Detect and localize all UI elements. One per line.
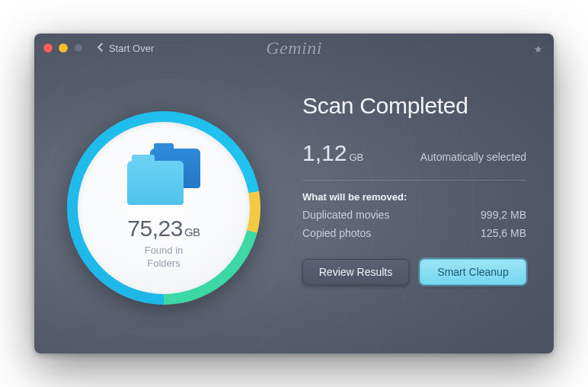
what-removed-label: What will be removed:: [302, 191, 526, 203]
start-over-button[interactable]: Start Over: [95, 42, 154, 55]
gauge-ring: 75,23GB Found in Folders: [67, 111, 260, 305]
window-close-button[interactable]: [43, 43, 53, 53]
removal-item-label: Duplicated movies: [302, 209, 389, 221]
removal-item-label: Copied photos: [302, 227, 371, 239]
auto-size-unit: GB: [349, 152, 363, 163]
favorite-button[interactable]: [531, 42, 545, 56]
app-brand: Gemini: [266, 38, 322, 59]
smart-cleanup-button[interactable]: Smart Cleanup: [420, 259, 526, 285]
content: 75,23GB Found in Folders Scan Completed …: [34, 62, 554, 353]
removal-item-size: 125,6 MB: [481, 227, 526, 239]
gauge-panel: 75,23GB Found in Folders: [34, 62, 293, 353]
folders-icon: [127, 149, 200, 205]
found-label: Found in Folders: [145, 245, 184, 270]
scan-gauge: 75,23GB Found in Folders: [67, 111, 260, 305]
gauge-inner: 75,23GB Found in Folders: [78, 122, 250, 294]
start-over-label: Start Over: [109, 43, 154, 54]
review-results-button[interactable]: Review Results: [302, 259, 409, 285]
auto-selected-label: Automatically selected: [420, 151, 526, 163]
app-window: Start Over Gemini 75,23GB: [34, 34, 554, 353]
traffic-lights: [43, 43, 83, 53]
chevron-left-icon: [95, 42, 106, 55]
removal-item-size: 999,2 MB: [481, 209, 526, 221]
action-buttons: Review Results Smart Cleanup: [302, 259, 526, 285]
divider: [302, 180, 526, 181]
results-panel: Scan Completed 1,12GB Automatically sele…: [293, 62, 554, 353]
total-size-value: 75,23GB: [127, 216, 200, 241]
removal-item: Copied photos 125,6 MB: [302, 227, 526, 239]
auto-selected-row: 1,12GB Automatically selected: [302, 140, 526, 166]
auto-selected-size: 1,12GB: [302, 140, 363, 166]
size-unit: GB: [184, 225, 200, 238]
auto-size-number: 1,12: [302, 140, 347, 165]
window-minimize-button[interactable]: [59, 43, 68, 53]
titlebar: Start Over Gemini: [34, 34, 554, 62]
removal-item: Duplicated movies 999,2 MB: [302, 209, 526, 221]
results-heading: Scan Completed: [302, 93, 526, 119]
window-zoom-button[interactable]: [74, 43, 83, 53]
star-icon: [534, 45, 542, 53]
size-number: 75,23: [127, 216, 183, 241]
